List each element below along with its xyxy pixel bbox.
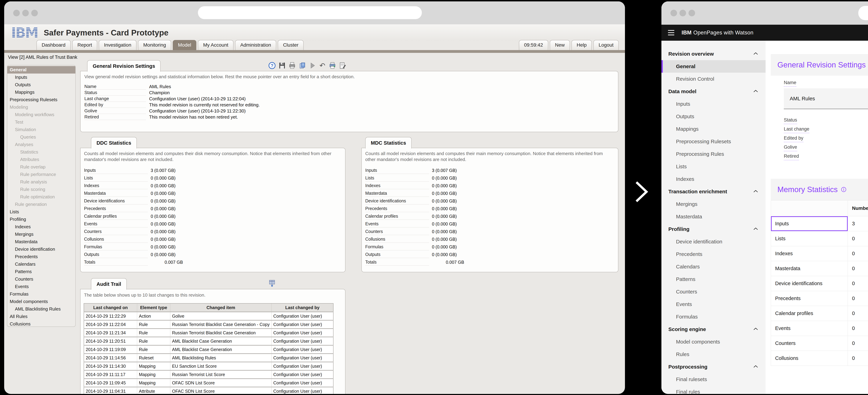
nav-row[interactable]: Mappings [661,123,766,135]
sidebar-item[interactable]: Events [7,283,75,290]
header-button[interactable]: 09:59:42 [519,40,548,50]
memory-row[interactable]: Device identifications 0 0 GB 0 GB [771,276,868,291]
nav-row[interactable]: Final rules [661,386,766,394]
chevron-up-icon[interactable] [753,52,758,55]
column-header[interactable]: Last changed by [272,303,334,312]
nav-row[interactable]: Inputs [661,98,766,110]
sidebar-item[interactable]: All Rules [7,313,75,320]
general-revision-settings-tab[interactable]: General Revision Settings [87,60,161,72]
nav-row[interactable]: Lists [661,160,766,173]
audit-row[interactable]: 2014-10-29 11:09:45 Mapping OFAC SDN Lis… [84,379,333,387]
sidebar-item[interactable]: Queries [7,133,75,141]
sidebar-item[interactable]: AML Blacklisting Rules [7,305,75,313]
nav-row[interactable]: Indexes [661,173,766,185]
sidebar-item[interactable]: Modeling workflows [7,111,75,118]
nav-row[interactable]: Postprocessing [661,361,766,373]
column-header[interactable]: Changed item [170,303,272,312]
sidebar-item[interactable]: Formulas [7,290,75,298]
main-tab[interactable]: Investigation [99,40,136,50]
audit-row[interactable]: 2014-10-29 11:11:17 Mapping Russian Terr… [84,370,333,379]
sidebar-item[interactable]: Mappings [7,88,75,96]
sidebar-item[interactable]: Inputs [7,74,75,81]
cell-element[interactable]: Masterdata [771,261,848,276]
cell-element[interactable]: Precedents [771,291,848,306]
sidebar-item[interactable]: Counters [7,275,75,283]
close-window-icon[interactable] [671,10,677,16]
nav-row[interactable]: Mergings [661,198,766,210]
memory-row[interactable]: Precedents 0 0 GB 0 GB [771,291,868,306]
export-table-icon[interactable] [268,279,276,287]
column-header[interactable] [771,200,848,216]
field-value[interactable]: Configuration User (user) (2014-10-29 11… [149,108,246,114]
edit-icon[interactable] [339,61,346,69]
sidebar-item[interactable]: General [7,66,75,74]
ddc-statistics-tab[interactable]: DDC Statistics [91,137,137,148]
main-tab[interactable]: Model [173,40,196,50]
sidebar-item[interactable]: Rule performance [7,171,75,178]
cell-element[interactable]: Device identifications [771,276,848,291]
sidebar-item[interactable]: Rule overlap [7,163,75,171]
sidebar-item[interactable]: Model components [7,298,75,305]
sidebar-item[interactable]: Test [7,118,75,126]
sidebar-item[interactable]: Simulation [7,126,75,133]
nav-row[interactable]: Revision Control [661,73,766,85]
sidebar-item[interactable]: Indexes [7,223,75,230]
main-tab[interactable]: Monitoring [138,40,171,50]
chevron-up-icon[interactable] [753,89,758,93]
memory-row[interactable]: Events 0 0 GB 0 GB [771,321,868,336]
sidebar-item[interactable]: Device identification [7,246,75,253]
nav-row[interactable]: Calendars [661,260,766,273]
nav-row[interactable]: Precedents [661,248,766,260]
cell-element[interactable]: Calendar profiles [771,306,848,321]
save-icon[interactable] [278,61,286,69]
nav-row[interactable]: Profiling [661,223,766,235]
cell-element[interactable]: Counters [771,336,848,351]
audit-row[interactable]: 2014-10-29 11:21:34 Rule Russian Terrori… [84,329,333,337]
nav-row[interactable]: Formulas [661,311,766,323]
nav-row[interactable]: Transaction enrichment [661,185,766,198]
cell-element[interactable]: Events [771,321,848,336]
sidebar-item[interactable]: Collusions [7,320,75,327]
memory-row[interactable]: Calendar profiles 0 0 GB 0 GB [771,306,868,321]
print-icon[interactable] [329,61,336,69]
memory-row[interactable]: Indexes 0 0 GB 0 GB [771,246,868,261]
sidebar-item[interactable]: Statistics [7,148,75,156]
field-value[interactable]: This model revision is currently not res… [149,102,260,108]
nav-row[interactable]: Final rulesets [661,373,766,386]
main-tab[interactable]: Dashboard [36,40,71,50]
nav-row[interactable]: General [661,60,766,73]
main-tab[interactable]: Cluster [278,40,304,50]
main-tab[interactable]: Report [72,40,97,50]
column-header[interactable]: Number of items [848,200,868,216]
cell-element[interactable]: Lists [771,231,848,246]
sidebar-item[interactable]: Calendars [7,260,75,268]
zoom-window-icon[interactable] [688,10,695,16]
address-bar[interactable] [858,6,868,20]
sidebar-item[interactable]: Masterdata [7,238,75,246]
audit-trail-tab[interactable]: Audit Trail [91,278,127,290]
nav-row[interactable]: Scoring engine [661,323,766,336]
copy-icon[interactable] [298,61,306,69]
sidebar-item[interactable]: Rule generation [7,201,75,208]
sidebar-item[interactable]: Analyses [7,141,75,148]
memory-row[interactable]: Masterdata 0 0 GB 0 GB [771,261,868,276]
sidebar-item[interactable]: Outputs [7,81,75,88]
main-tab[interactable]: Administration [235,40,276,50]
nav-row[interactable]: Masterdata [661,210,766,223]
nav-row[interactable]: Model components [661,336,766,348]
chevron-up-icon[interactable] [753,190,758,193]
field-value[interactable]: AML Rules [149,84,171,89]
sidebar-item[interactable]: Modeling [7,104,75,111]
address-bar[interactable] [198,6,422,19]
help-icon[interactable]: ? [268,61,276,69]
play-icon[interactable] [308,61,316,69]
sidebar-item[interactable]: Rule scoring [7,186,75,193]
sidebar-item[interactable]: Rule optimization [7,193,75,201]
nav-row[interactable]: Events [661,298,766,311]
sidebar-item[interactable]: Mergings [7,230,75,238]
cell-element[interactable]: Inputs [771,216,848,231]
field-value[interactable]: Champion [149,90,170,95]
sidebar-item[interactable]: Lists [7,208,75,216]
header-button[interactable]: Logout [593,40,619,50]
mdc-statistics-tab[interactable]: MDC Statistics [365,137,412,148]
